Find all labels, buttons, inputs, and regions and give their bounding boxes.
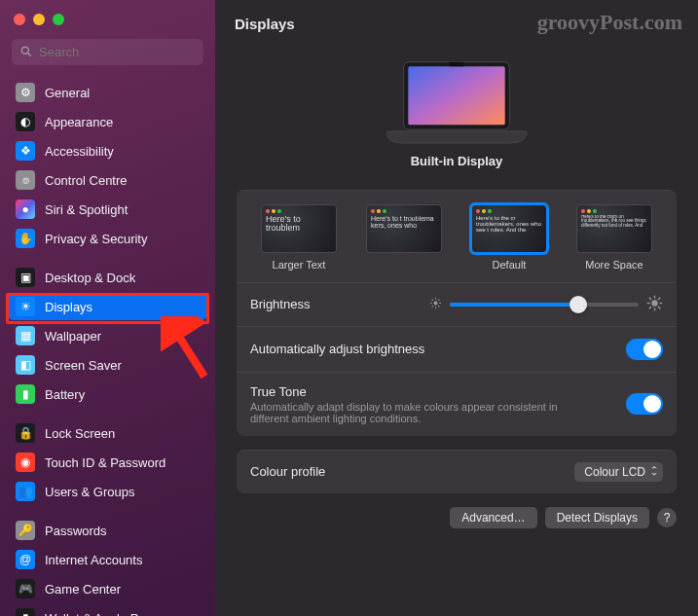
resolution-thumb: Here's to t troublema kers, ones who bbox=[366, 204, 442, 253]
sidebar-item-wallet-apple-pay[interactable]: ▮Wallet & Apple Pay bbox=[8, 604, 207, 616]
sidebar-item-desktop-dock[interactable]: ▣Desktop & Dock bbox=[8, 264, 207, 291]
svg-line-1 bbox=[28, 54, 31, 56]
colour-profile-label: Colour profile bbox=[250, 464, 325, 479]
sidebar-item-appearance[interactable]: ◐Appearance bbox=[8, 108, 207, 135]
sidebar-item-label: General bbox=[45, 86, 90, 100]
sidebar-item-accessibility[interactable]: ❖Accessibility bbox=[8, 137, 207, 164]
sidebar-item-general[interactable]: ⚙General bbox=[8, 79, 207, 106]
detect-displays-button[interactable]: Detect Displays bbox=[545, 507, 649, 528]
content-scroll[interactable]: Built-in Display Here's to troublemLarge… bbox=[215, 47, 698, 616]
titlebar: Displays groovyPost.com bbox=[215, 0, 698, 47]
sidebar-item-label: Siri & Spotlight bbox=[45, 202, 128, 217]
resolution-option-2[interactable]: Here's to the cr troublemakers, ones who… bbox=[471, 204, 547, 271]
wallpaper-icon: ▦ bbox=[16, 326, 35, 345]
window-controls bbox=[0, 8, 215, 39]
display-name-label: Built-in Display bbox=[411, 154, 503, 168]
auto-brightness-toggle[interactable] bbox=[626, 339, 663, 360]
auto-brightness-label: Automatically adjust brightness bbox=[250, 342, 424, 356]
svg-line-22 bbox=[658, 307, 660, 308]
sidebar-item-siri-spotlight[interactable]: ●Siri & Spotlight bbox=[8, 196, 207, 223]
search-field-wrap bbox=[12, 39, 203, 65]
resolution-label: Larger Text bbox=[273, 259, 326, 271]
settings-panel-resolution: Here's to troublemLarger TextHere's to t… bbox=[237, 190, 677, 436]
sidebar-item-label: Screen Saver bbox=[45, 358, 122, 373]
sidebar-item-passwords[interactable]: 🔑Passwords bbox=[8, 517, 207, 544]
help-button[interactable]: ? bbox=[657, 508, 677, 527]
sidebar-item-control-centre[interactable]: ⌾Control Centre bbox=[8, 166, 207, 194]
dock-icon: ▣ bbox=[16, 268, 35, 287]
wallet-icon: ▮ bbox=[16, 608, 35, 616]
hand-icon: ✋ bbox=[16, 229, 35, 248]
brightness-row: Brightness bbox=[237, 282, 677, 326]
sidebar-item-internet-accounts[interactable]: @Internet Accounts bbox=[8, 546, 207, 573]
at-icon: @ bbox=[16, 550, 35, 569]
key-icon: 🔑 bbox=[16, 521, 35, 540]
fullscreen-window-button[interactable] bbox=[53, 14, 64, 25]
close-window-button[interactable] bbox=[14, 14, 25, 25]
advanced-button[interactable]: Advanced… bbox=[450, 507, 536, 528]
sidebar-item-label: Touch ID & Password bbox=[45, 455, 165, 470]
sidebar-item-privacy-security[interactable]: ✋Privacy & Security bbox=[8, 225, 207, 252]
brightness-icon: ☀ bbox=[16, 297, 35, 316]
sidebar-item-label: Accessibility bbox=[45, 144, 114, 159]
svg-line-12 bbox=[432, 299, 433, 300]
resolution-option-1[interactable]: Here's to t troublema kers, ones who bbox=[366, 204, 442, 271]
auto-brightness-row: Automatically adjust brightness bbox=[237, 326, 677, 372]
svg-line-15 bbox=[432, 306, 433, 307]
true-tone-label: True Tone bbox=[250, 384, 581, 399]
battery-icon: ▮ bbox=[16, 384, 35, 404]
sidebar-item-label: Appearance bbox=[45, 115, 113, 129]
svg-rect-5 bbox=[408, 66, 504, 125]
sidebar-item-wallpaper[interactable]: ▦Wallpaper bbox=[8, 322, 207, 349]
control-centre-icon: ⌾ bbox=[16, 170, 35, 190]
sidebar-item-lock-screen[interactable]: 🔒Lock Screen bbox=[8, 419, 207, 447]
display-preview: Built-in Display bbox=[237, 56, 677, 168]
users-icon: 👥 bbox=[16, 482, 35, 501]
lock-icon: 🔒 bbox=[16, 423, 35, 443]
sidebar-item-users-groups[interactable]: 👥Users & Groups bbox=[8, 478, 207, 505]
system-settings-window: ⚙General◐Appearance❖Accessibility⌾Contro… bbox=[0, 0, 698, 616]
main-pane: Displays groovyPost.com Built-in Display… bbox=[215, 0, 698, 616]
sidebar-item-label: Privacy & Security bbox=[45, 232, 147, 246]
brightness-control bbox=[429, 295, 663, 314]
watermark-text: groovyPost.com bbox=[537, 10, 682, 35]
laptop-illustration bbox=[384, 56, 530, 148]
accessibility-icon: ❖ bbox=[16, 141, 35, 161]
resolution-option-0[interactable]: Here's to troublemLarger Text bbox=[261, 204, 337, 271]
sidebar-list[interactable]: ⚙General◐Appearance❖Accessibility⌾Contro… bbox=[0, 75, 215, 616]
sidebar-item-label: Wallet & Apple Pay bbox=[45, 611, 152, 617]
sidebar-item-label: Internet Accounts bbox=[45, 553, 142, 567]
gear-icon: ⚙ bbox=[16, 83, 35, 102]
sidebar-item-label: Passwords bbox=[45, 524, 107, 538]
sidebar-item-screen-saver[interactable]: ◧Screen Saver bbox=[8, 351, 207, 379]
sidebar-item-displays[interactable]: ☀Displays bbox=[8, 293, 207, 320]
colour-profile-popup[interactable]: Colour LCD bbox=[574, 462, 663, 482]
sidebar: ⚙General◐Appearance❖Accessibility⌾Contro… bbox=[0, 0, 215, 616]
resolution-label bbox=[402, 259, 405, 271]
true-tone-sublabel: Automatically adapt display to make colo… bbox=[250, 401, 581, 424]
search-input[interactable] bbox=[12, 39, 203, 65]
sidebar-item-game-center[interactable]: 🎮Game Center bbox=[8, 575, 207, 602]
brightness-slider[interactable] bbox=[450, 303, 639, 307]
resolution-label: Default bbox=[493, 259, 527, 271]
svg-line-23 bbox=[658, 298, 660, 300]
true-tone-toggle[interactable] bbox=[626, 393, 663, 415]
svg-line-13 bbox=[438, 306, 439, 307]
true-tone-row: True Tone Automatically adapt display to… bbox=[237, 372, 677, 436]
sidebar-item-touch-id-password[interactable]: ◉Touch ID & Password bbox=[8, 449, 207, 476]
resolution-thumb: Here's to the crazy on troublemakers, th… bbox=[576, 204, 652, 253]
sidebar-item-label: Wallpaper bbox=[45, 329, 101, 344]
screensaver-icon: ◧ bbox=[16, 355, 35, 375]
resolution-option-3[interactable]: Here's to the crazy on troublemakers, th… bbox=[576, 204, 652, 271]
siri-icon: ● bbox=[16, 199, 35, 219]
svg-rect-6 bbox=[450, 62, 464, 67]
colour-profile-row: Colour profile Colour LCD bbox=[237, 451, 677, 493]
sun-large-icon bbox=[646, 295, 663, 314]
page-title: Displays bbox=[235, 16, 295, 32]
footer-buttons: Advanced… Detect Displays ? bbox=[237, 507, 677, 528]
sidebar-item-label: Desktop & Dock bbox=[45, 271, 135, 285]
sidebar-item-battery[interactable]: ▮Battery bbox=[8, 380, 207, 408]
minimize-window-button[interactable] bbox=[33, 14, 45, 25]
search-icon bbox=[19, 45, 33, 61]
brightness-label: Brightness bbox=[250, 297, 310, 311]
